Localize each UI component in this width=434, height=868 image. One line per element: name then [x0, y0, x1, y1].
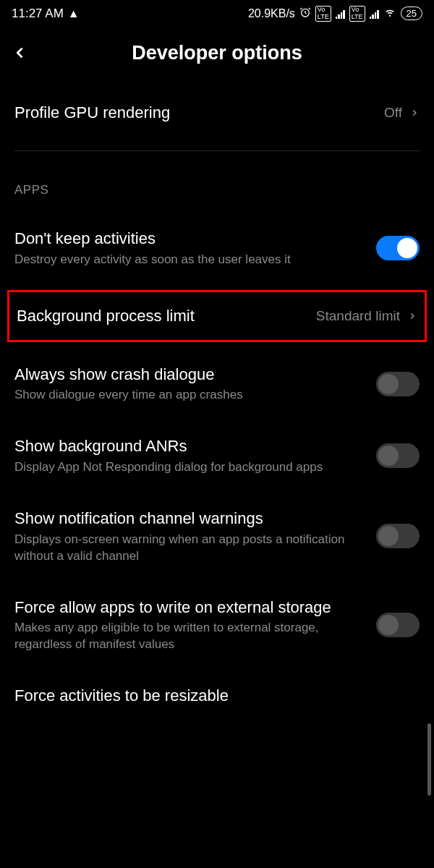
setting-force-external-storage[interactable]: Force allow apps to write on external st…: [14, 581, 420, 670]
setting-value: Off: [384, 105, 402, 121]
setting-label: Show notification channel warnings: [14, 508, 367, 529]
volte-icon-2: VoLTE: [349, 6, 365, 22]
battery-icon: 25: [401, 7, 422, 20]
setting-label: Profile GPU rendering: [14, 102, 375, 124]
alarm-icon: [299, 7, 311, 21]
toggle-dont-keep-activities[interactable]: [376, 236, 420, 260]
setting-subtitle: Display App Not Responding dialog for ba…: [14, 459, 367, 476]
signal-icon-2: [370, 9, 379, 19]
header: Developer options: [0, 27, 434, 86]
chevron-right-icon: [407, 311, 417, 321]
divider: [14, 150, 420, 151]
setting-background-process-limit[interactable]: Background process limit Standard limit: [7, 290, 427, 342]
setting-label: Force allow apps to write on external st…: [14, 597, 367, 618]
volte-icon-1: VoLTE: [315, 6, 331, 22]
toggle-notification-warnings[interactable]: [376, 524, 420, 548]
data-rate: 20.9KB/s: [248, 7, 295, 20]
setting-dont-keep-activities[interactable]: Don't keep activities Destroy every acti…: [14, 212, 420, 284]
setting-force-resizable[interactable]: Force activities to be resizable: [14, 669, 420, 723]
signal-icon-1: [336, 9, 345, 19]
setting-subtitle: Makes any app eligible to be written to …: [14, 620, 367, 653]
back-button[interactable]: [12, 45, 41, 61]
setting-label: Don't keep activities: [14, 228, 367, 250]
setting-crash-dialogue[interactable]: Always show crash dialogue Show dialogue…: [14, 348, 420, 420]
setting-label: Always show crash dialogue: [14, 364, 367, 386]
toggle-force-external-storage[interactable]: [376, 613, 420, 637]
setting-label: Show background ANRs: [14, 435, 367, 457]
status-bar: 11:27 AM ▲ 20.9KB/s VoLTE VoLTE 25: [0, 0, 434, 27]
section-header-apps: APPS: [14, 163, 420, 212]
toggle-crash-dialogue[interactable]: [376, 372, 420, 396]
setting-label: Background process limit: [17, 305, 307, 327]
setting-notification-warnings[interactable]: Show notification channel warnings Displ…: [14, 492, 420, 581]
setting-value: Standard limit: [316, 308, 400, 324]
setting-subtitle: Destroy every activity as soon as the us…: [14, 252, 367, 268]
wifi-icon: [383, 7, 396, 20]
page-title: Developer options: [41, 42, 393, 64]
setting-background-anrs[interactable]: Show background ANRs Display App Not Res…: [14, 420, 420, 492]
setting-subtitle: Displays on-screen warning when an app p…: [14, 532, 367, 565]
status-time: 11:27 AM: [12, 7, 64, 21]
setting-label: Force activities to be resizable: [14, 685, 411, 707]
chevron-right-icon: [409, 108, 420, 118]
toggle-background-anrs[interactable]: [376, 443, 420, 468]
scrollbar[interactable]: [427, 723, 431, 796]
setting-subtitle: Show dialogue every time an app crashes: [14, 387, 367, 404]
setting-profile-gpu[interactable]: Profile GPU rendering Off: [14, 86, 420, 140]
warning-icon: ▲: [68, 7, 80, 20]
